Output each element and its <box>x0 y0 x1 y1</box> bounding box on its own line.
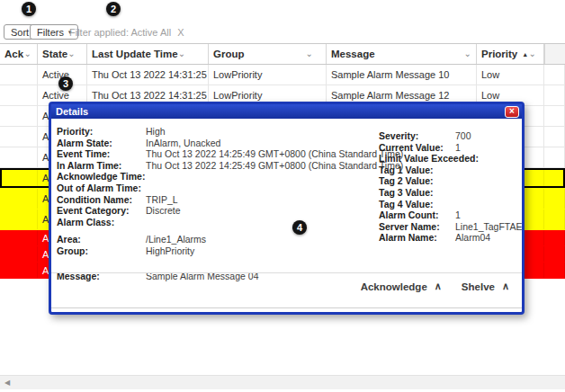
cell-filler <box>544 168 565 188</box>
horizontal-scrollbar[interactable]: ◀ <box>0 375 565 389</box>
callout-badge-2: 2 <box>106 2 121 16</box>
field-label: Tag 1 Value: <box>379 165 455 176</box>
chevron-down-icon[interactable]: ⌄ <box>67 49 75 58</box>
detail-field: Event Category:Discrete <box>57 205 379 217</box>
column-header-pri[interactable]: Priority▲⌄ <box>477 44 544 64</box>
chevron-up-icon: ∧ <box>502 281 509 292</box>
cell-filler <box>544 147 565 167</box>
field-value: Line1_TagFTAE <box>455 221 523 233</box>
cell-ack <box>0 230 38 245</box>
field-label: Out of Alarm Time: <box>57 183 146 194</box>
field-label: Current Value: <box>379 142 455 154</box>
cell-filler <box>544 85 565 105</box>
field-value: Thu Oct 13 2022 14:25:49 GMT+0800 (China… <box>146 148 403 160</box>
column-header-filler <box>544 44 565 64</box>
cell-ack <box>0 263 38 278</box>
cell-ack <box>0 106 38 126</box>
field-label: Condition Name: <box>57 194 146 206</box>
table-row[interactable]: ActiveThu Oct 13 2022 14:31:25 ...LowPri… <box>0 65 565 85</box>
detail-field: Tag 2 Value: <box>379 175 509 187</box>
cell-filler <box>544 246 565 262</box>
cell-ack <box>0 65 38 85</box>
shelve-button[interactable]: Shelve∧ <box>462 281 509 292</box>
detail-field: Tag 4 Value: <box>379 199 509 210</box>
close-icon[interactable]: × <box>505 106 519 118</box>
field-label: Alarm State: <box>57 138 146 149</box>
field-label: Tag 2 Value: <box>379 175 455 187</box>
callout-badge-3: 3 <box>58 76 73 91</box>
field-label: Priority: <box>57 126 146 138</box>
dialog-title: Details <box>56 106 88 117</box>
detail-field: Area:/Line1_Alarms <box>57 234 379 245</box>
cell-ack <box>0 127 38 147</box>
field-label: Severity: <box>379 130 455 142</box>
cell-ack <box>0 209 38 229</box>
dialog-body: Priority:HighAlarm State:InAlarm, Unacke… <box>51 119 522 281</box>
cell-filler <box>544 230 565 245</box>
column-label: Message <box>331 49 375 59</box>
toolbar: Sort Filters ▾ Filter applied: Active Al… <box>0 0 565 43</box>
column-header-msg[interactable]: Message⌄ <box>327 44 477 64</box>
cell-group: LowPriority <box>209 65 327 85</box>
field-value: TRIP_L <box>146 194 178 206</box>
chevron-down-icon[interactable]: ⌄ <box>178 49 185 58</box>
chevron-up-icon: ∧ <box>435 281 442 292</box>
dialog-title-bar[interactable]: Details × <box>51 104 522 119</box>
field-label: Area: <box>57 234 146 245</box>
cell-ack <box>0 246 38 262</box>
column-header-state[interactable]: State⌄ <box>38 44 87 64</box>
cell-filler <box>544 65 565 85</box>
acknowledge-button[interactable]: Acknowledge∧ <box>361 281 442 292</box>
chevron-down-icon[interactable]: ⌄ <box>306 49 313 58</box>
remove-filter-icon[interactable]: X <box>177 27 184 38</box>
field-value: InAlarm, Unacked <box>146 138 220 149</box>
column-label: Ack <box>4 49 23 59</box>
sort-ascending-icon: ▲ <box>522 51 528 58</box>
detail-field: Current Value:1 <box>379 142 509 154</box>
field-value: Alarm04 <box>455 232 490 244</box>
field-label: Tag 3 Value: <box>379 187 455 199</box>
chevron-down-icon[interactable]: ⌄ <box>529 49 536 58</box>
field-label: Alarm Class: <box>57 217 146 228</box>
column-label: Last Update Time <box>92 49 178 59</box>
table-header-row: Ack⌄State⌄Last Update Time⌄Group⌄Message… <box>0 43 565 65</box>
column-header-time[interactable]: Last Update Time⌄ <box>87 44 209 64</box>
cell-ack <box>0 168 38 188</box>
column-label: Priority <box>481 49 517 59</box>
field-label: Acknowledge Time: <box>57 171 146 183</box>
detail-field: In Alarm Time:Thu Oct 13 2022 14:25:49 G… <box>57 160 379 172</box>
cell-msg: Sample Alarm Message 10 <box>327 65 477 85</box>
detail-field: Alarm Count:1 <box>379 209 509 221</box>
dialog-actions: Acknowledge∧Shelve∧ <box>51 273 522 292</box>
detail-field: Server Name:Line1_TagFTAE <box>379 221 509 233</box>
field-label: Alarm Count: <box>379 209 455 221</box>
detail-field: Out of Alarm Time: <box>57 183 379 194</box>
detail-field: Tag 1 Value: <box>379 165 509 176</box>
detail-fields-left: Priority:HighAlarm State:InAlarm, Unacke… <box>57 126 379 281</box>
cell-filler <box>544 189 565 209</box>
cell-filler <box>544 209 565 229</box>
filters-button-label: Filters <box>37 27 64 38</box>
cell-filler <box>544 106 565 126</box>
detail-field: Tag 3 Value: <box>379 187 509 199</box>
field-label: Server Name: <box>379 221 455 233</box>
chevron-down-icon[interactable]: ⌄ <box>464 49 471 58</box>
field-label: Event Category: <box>57 205 146 217</box>
action-label: Acknowledge <box>361 281 427 292</box>
action-label: Shelve <box>462 281 495 292</box>
field-value: Thu Oct 13 2022 14:25:49 GMT+0800 (China… <box>146 160 403 172</box>
detail-field: Priority:High <box>57 126 379 138</box>
scroll-left-arrow-icon[interactable]: ◀ <box>0 379 10 387</box>
cell-ack <box>0 147 38 167</box>
field-value: HighPriority <box>146 245 194 257</box>
detail-field: Condition Name:TRIP_L <box>57 194 379 206</box>
field-value: /Line1_Alarms <box>146 234 206 245</box>
detail-field: Group:HighPriority <box>57 245 379 257</box>
cell-ack <box>0 189 38 209</box>
alarm-summary-screen: Sort Filters ▾ Filter applied: Active Al… <box>0 0 565 392</box>
column-header-ack[interactable]: Ack⌄ <box>0 44 38 64</box>
column-header-group[interactable]: Group⌄ <box>209 44 327 64</box>
column-label: Group <box>213 49 245 59</box>
detail-field: Alarm State:InAlarm, Unacked <box>57 138 379 149</box>
chevron-down-icon[interactable]: ⌄ <box>24 49 31 58</box>
